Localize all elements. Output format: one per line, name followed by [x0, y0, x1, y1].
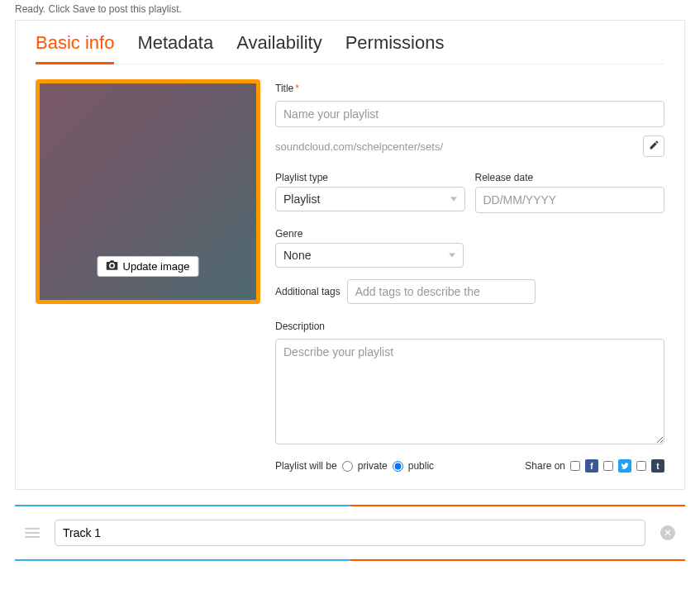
track-row: ✕	[15, 506, 685, 559]
camera-icon	[107, 260, 118, 273]
playlist-type-select-wrap: Playlist	[275, 187, 465, 211]
tags-input[interactable]	[347, 279, 536, 304]
release-date-input[interactable]	[475, 187, 665, 213]
share-tumblr-checkbox[interactable]	[636, 461, 646, 471]
editor-panel: Basic info Metadata Availability Permiss…	[15, 20, 685, 490]
tab-availability[interactable]: Availability	[236, 21, 322, 64]
tabs: Basic info Metadata Availability Permiss…	[36, 21, 664, 64]
track-name-input[interactable]	[55, 520, 645, 546]
image-column: Update image	[36, 79, 260, 473]
twitter-icon	[618, 459, 631, 473]
tab-metadata[interactable]: Metadata	[137, 21, 213, 64]
update-image-label: Update image	[123, 260, 190, 273]
facebook-icon: f	[585, 459, 598, 473]
description-textarea[interactable]	[275, 339, 664, 444]
tags-label: Additional tags	[275, 286, 340, 297]
tumblr-icon: t	[651, 459, 664, 473]
privacy-group: Playlist will be private public	[275, 460, 434, 472]
privacy-private-label: private	[358, 460, 388, 472]
progress-line-bottom	[15, 559, 685, 561]
title-label: Title*	[275, 83, 664, 94]
share-group: Share on f t	[525, 459, 664, 473]
share-twitter-checkbox[interactable]	[603, 461, 613, 471]
bottom-row: Playlist will be private public Share on…	[275, 459, 664, 473]
genre-label: Genre	[275, 228, 664, 240]
close-icon: ✕	[664, 528, 672, 538]
edit-url-button[interactable]	[643, 135, 664, 157]
permalink-url: soundcloud.com/schelpcenter/sets/	[275, 140, 636, 153]
type-date-row: Playlist type Playlist Release date	[275, 169, 664, 213]
genre-row: Genre None	[275, 225, 664, 268]
track-section: ✕	[15, 505, 685, 561]
playlist-type-label: Playlist type	[275, 172, 465, 183]
progress-line-top	[15, 505, 685, 506]
privacy-private-radio[interactable]	[342, 461, 353, 472]
form-column: Title* soundcloud.com/schelpcenter/sets/…	[275, 79, 664, 473]
title-input[interactable]	[275, 101, 664, 127]
release-date-label: Release date	[475, 172, 665, 183]
update-image-button[interactable]: Update image	[98, 256, 199, 277]
content: Update image Title* soundcloud.com/schel…	[36, 79, 664, 473]
playlist-artwork: Update image	[36, 79, 260, 304]
status-bar: Ready. Click Save to post this playlist.	[0, 0, 700, 18]
privacy-label: Playlist will be	[275, 460, 337, 472]
required-indicator: *	[295, 83, 299, 94]
url-row: soundcloud.com/schelpcenter/sets/	[275, 135, 664, 157]
remove-track-button[interactable]: ✕	[660, 525, 675, 540]
tab-basic-info[interactable]: Basic info	[36, 21, 114, 64]
pencil-icon	[649, 140, 660, 153]
description-label: Description	[275, 321, 664, 332]
playlist-type-select[interactable]: Playlist	[275, 187, 465, 211]
genre-select[interactable]: None	[275, 243, 464, 268]
tags-row: Additional tags	[275, 279, 664, 304]
share-label: Share on	[525, 460, 565, 472]
drag-handle-icon[interactable]	[25, 528, 40, 538]
share-facebook-checkbox[interactable]	[570, 461, 580, 471]
privacy-public-label: public	[408, 460, 434, 472]
privacy-public-radio[interactable]	[393, 461, 403, 472]
tab-permissions[interactable]: Permissions	[345, 21, 445, 64]
